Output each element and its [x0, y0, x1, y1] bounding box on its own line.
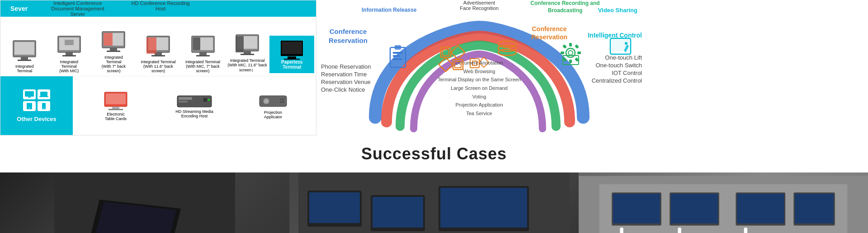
- svg-rect-26: [241, 54, 254, 55]
- conf-reservation-right: ConferenceReservation: [520, 25, 579, 41]
- svg-rect-69: [455, 61, 461, 68]
- svg-rect-1: [21, 57, 28, 60]
- right-spacer: [642, 0, 868, 135]
- svg-rect-25: [244, 51, 251, 54]
- svg-rect-76: [569, 60, 572, 63]
- svg-rect-30: [282, 42, 302, 54]
- device-integrated-3: Integrated Terminal (With 7" back screen…: [91, 31, 136, 73]
- server-row: Sever Intelligent Conference Document Ma…: [0, 0, 316, 17]
- conf-reservation-left: Conference Reservation: [316, 27, 380, 45]
- svg-rect-31: [288, 56, 296, 59]
- device-integrated-5: Integrated Terminal (With MIC, 7" back s…: [180, 35, 225, 73]
- icon-phone: [38, 101, 50, 111]
- icon-laptop: [38, 89, 50, 99]
- svg-rect-35: [40, 92, 47, 96]
- svg-rect-44: [108, 109, 123, 110]
- cases-section: Successful Cases: [0, 135, 868, 168]
- device-integrated-2: Integrated Terminal (With MIC): [47, 35, 92, 73]
- diagram-container: Conference Reservation Information Relea…: [316, 0, 642, 135]
- case-image-2: [289, 172, 579, 233]
- svg-rect-65: [443, 49, 449, 56]
- svg-rect-23: [193, 37, 200, 50]
- svg-rect-47: [179, 101, 188, 103]
- svg-rect-13: [104, 33, 113, 46]
- recording-label: Conference Recording and Broadcasting: [524, 0, 606, 14]
- svg-rect-78: [577, 51, 581, 54]
- bottom-devices: Electronic Table Cards HD Streaming Medi…: [73, 76, 316, 135]
- case-image-3: [579, 172, 868, 233]
- svg-point-40: [43, 108, 44, 109]
- svg-rect-93: [309, 192, 360, 223]
- svg-rect-10: [110, 48, 117, 51]
- svg-rect-62: [393, 58, 402, 60]
- svg-rect-36: [39, 96, 48, 97]
- svg-point-72: [498, 49, 516, 56]
- svg-rect-60: [393, 52, 403, 54]
- server-item-1: Intelligent Conference Document Manageme…: [51, 0, 104, 17]
- svg-rect-43: [112, 107, 119, 109]
- svg-rect-21: [196, 55, 210, 56]
- svg-rect-80: [575, 44, 579, 49]
- svg-rect-18: [146, 37, 156, 54]
- svg-rect-105: [671, 194, 718, 224]
- svg-point-74: [568, 51, 573, 55]
- video-sharing-label: Video Sharing: [598, 7, 637, 14]
- integrated-row: Integrated Terminal Integrated Terminal …: [0, 17, 316, 76]
- svg-rect-66: [451, 45, 465, 59]
- cases-title: Successful Cases: [0, 144, 868, 163]
- icon-tablet: [23, 101, 36, 111]
- icon-reservation-left: [387, 45, 409, 74]
- device-integrated-4: Integrated Terminal (With 11.6" back scr…: [136, 35, 181, 73]
- svg-rect-79: [562, 44, 567, 49]
- svg-rect-59: [390, 47, 406, 67]
- svg-rect-20: [199, 52, 207, 55]
- svg-rect-11: [107, 51, 120, 52]
- svg-rect-42: [106, 93, 126, 104]
- device-encoding: HD Streaming Media Encoding Host: [172, 93, 217, 118]
- device-table-card: Electronic Table Cards: [93, 90, 138, 121]
- svg-rect-6: [62, 55, 76, 56]
- svg-rect-107: [737, 194, 784, 224]
- icon-monitor: [23, 89, 36, 99]
- left-panel: Sever Intelligent Conference Document Ma…: [0, 0, 316, 135]
- device-integrated-6: Integrated Terminal (With MIC, 11.6" bac…: [225, 34, 270, 73]
- svg-point-38: [29, 107, 30, 108]
- svg-rect-97: [440, 188, 527, 228]
- top-section: Sever Intelligent Conference Document Ma…: [0, 0, 868, 135]
- svg-rect-46: [179, 97, 192, 100]
- svg-rect-109: [795, 194, 834, 224]
- server-label: Sever: [5, 3, 33, 14]
- svg-rect-111: [678, 228, 681, 233]
- svg-rect-103: [613, 194, 660, 224]
- svg-rect-16: [151, 55, 165, 56]
- bottom-row: Other Devices Electronic Table Cards: [0, 76, 316, 135]
- icon-touch: [608, 36, 633, 63]
- svg-rect-33: [25, 91, 34, 97]
- case-image-1: [0, 172, 289, 233]
- svg-rect-63: [395, 45, 401, 50]
- cases-images: [0, 172, 868, 233]
- svg-rect-2: [18, 60, 31, 61]
- svg-rect-3: [14, 42, 34, 55]
- svg-rect-54: [280, 101, 284, 103]
- svg-rect-5: [66, 52, 73, 55]
- svg-rect-67: [439, 57, 453, 71]
- middle-section: Conference Reservation Information Relea…: [316, 0, 642, 135]
- icon-layers: [495, 36, 520, 63]
- svg-point-86: [625, 42, 627, 45]
- svg-rect-77: [561, 51, 564, 54]
- icon-diamonds: [439, 45, 466, 74]
- svg-rect-28: [236, 36, 244, 52]
- svg-rect-53: [280, 98, 284, 100]
- info-release-label: Information Releasse: [362, 7, 416, 13]
- other-devices-box: Other Devices: [0, 76, 73, 135]
- advert-label: Advertisement Face Recognition: [443, 0, 515, 11]
- svg-point-52: [264, 99, 269, 103]
- svg-rect-112: [744, 228, 747, 233]
- svg-rect-8: [65, 40, 74, 45]
- left-list: Phone Reservation Reservation Time Reser…: [321, 63, 371, 93]
- icon-gear: [558, 41, 583, 67]
- svg-rect-34: [28, 97, 31, 98]
- svg-rect-61: [393, 55, 400, 57]
- paperless-terminal: Paperless Terminal: [269, 36, 314, 73]
